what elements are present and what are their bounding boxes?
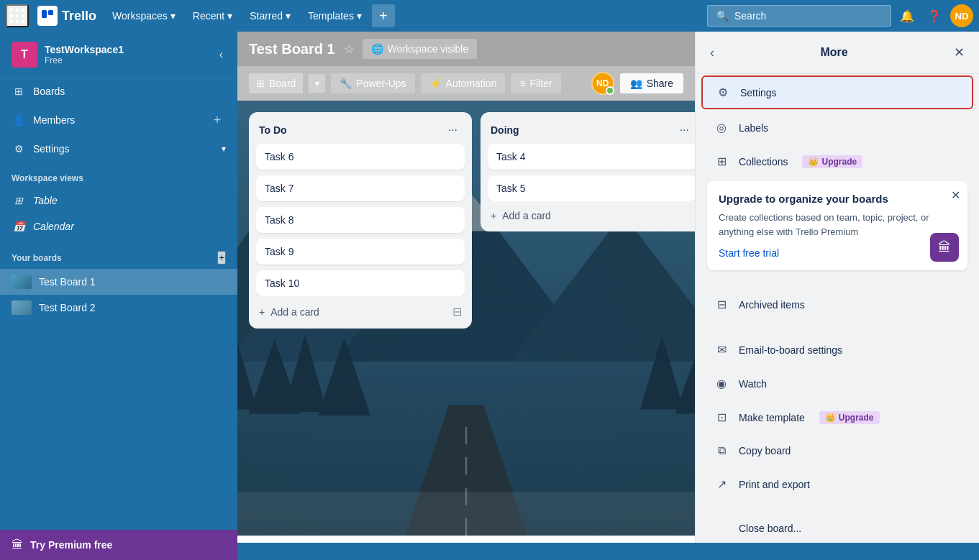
more-panel-item-template[interactable]: ⊡ Make template 👑 Upgrade [701, 402, 973, 433]
list-menu-button[interactable]: ··· [444, 122, 462, 138]
search-bar[interactable]: 🔍 Search [707, 5, 891, 27]
plus-icon: + [491, 210, 496, 221]
add-member-button[interactable]: + [209, 111, 226, 129]
try-premium-button[interactable]: 🏛 Try Premium free [0, 530, 237, 543]
popup-close-button[interactable]: ✕ [951, 188, 960, 202]
create-button[interactable]: + [372, 4, 395, 27]
add-card-button[interactable]: + Add a card ⊟ [256, 299, 465, 321]
add-board-button[interactable]: + [217, 251, 226, 265]
starred-menu[interactable]: Starred ▾ [242, 6, 298, 26]
main-area: T TestWorkspace1 Free ‹ ⊞ Boards 👤 Membe… [0, 32, 979, 543]
settings-icon: ⚙ [714, 86, 732, 99]
svg-rect-4 [16, 14, 19, 18]
templates-menu[interactable]: Templates ▾ [301, 6, 369, 26]
powerups-icon: 🔧 [340, 78, 352, 89]
card[interactable]: Task 5 [488, 175, 695, 201]
premium-popup-icon: 🏛 [930, 233, 959, 262]
info-button[interactable]: ❓ [923, 4, 946, 27]
share-button[interactable]: 👥 Share [620, 73, 683, 93]
star-board-button[interactable]: ☆ [341, 40, 357, 59]
popup-title: Upgrade to organize your boards [719, 193, 956, 205]
list-cards: Task 6 Task 7 Task 8 Task 9 Task 10 [256, 144, 465, 296]
more-panel-item-print[interactable]: ↗ Print and export [701, 469, 973, 500]
print-icon: ↗ [713, 477, 730, 491]
power-ups-button[interactable]: 🔧 Power-Ups [331, 73, 414, 93]
more-panel-close-button[interactable]: ✕ [951, 42, 967, 63]
list-header: To Do ··· [256, 119, 465, 144]
card[interactable]: Task 9 [256, 239, 465, 265]
sidebar-item-members[interactable]: 👤 Members + [0, 104, 237, 136]
add-card-button[interactable]: + Add a card [488, 204, 695, 224]
logo-icon [37, 6, 58, 26]
list-title: To Do [259, 124, 444, 136]
start-trial-link[interactable]: Start free trial [719, 247, 956, 259]
chevron-down-icon: ▾ [286, 10, 291, 22]
more-panel-item-close[interactable]: Close board... [701, 514, 973, 543]
premium-icon: 🏛 [12, 538, 23, 543]
sidebar-board-item[interactable]: Test Board 1 [0, 269, 237, 295]
sidebar-board-item[interactable]: Test Board 2 [0, 295, 237, 321]
board-header: Test Board 1 ☆ 🌐 Workspace visible [237, 32, 695, 66]
card-template-icon: ⊟ [452, 305, 462, 318]
online-badge [606, 86, 614, 95]
svg-rect-3 [10, 14, 14, 18]
sidebar-item-table[interactable]: ⊞ Table [0, 188, 237, 214]
visibility-icon: 🌐 [371, 43, 383, 55]
more-panel-item-watch[interactable]: ◉ Watch [701, 368, 973, 399]
svg-rect-1 [16, 9, 19, 12]
table-icon: ⊞ [12, 195, 26, 206]
svg-rect-5 [22, 14, 25, 18]
archived-icon: ⊟ [713, 298, 730, 311]
workspace-views-title: Workspace views [0, 162, 237, 188]
automation-button[interactable]: ⚡ Automation [421, 73, 506, 93]
card[interactable]: Task 7 [256, 175, 465, 201]
logo[interactable]: Trello [32, 6, 102, 26]
svg-rect-8 [22, 20, 25, 24]
card[interactable]: Task 6 [256, 144, 465, 170]
member-avatar[interactable]: ND [591, 72, 614, 95]
more-panel-item-email[interactable]: ✉ Email-to-board settings [701, 334, 973, 365]
board-visibility-button[interactable]: 🌐 Workspace visible [363, 39, 478, 59]
chevron-down-icon: ▾ [227, 10, 232, 22]
chevron-down-icon: ▾ [222, 144, 226, 154]
list-menu-button[interactable]: ··· [675, 122, 693, 138]
sidebar-item-calendar[interactable]: 📅 Calendar [0, 214, 237, 239]
more-panel-item-labels[interactable]: ◎ Labels [701, 112, 973, 143]
email-icon: ✉ [713, 343, 730, 357]
svg-rect-6 [10, 20, 14, 24]
board-area: Test Board 1 ☆ 🌐 Workspace visible ⊞ Boa… [237, 32, 695, 543]
more-panel-title: More [717, 46, 951, 59]
more-panel-item-settings[interactable]: ⚙ Settings [701, 75, 973, 109]
filter-icon: ≡ [519, 78, 525, 89]
workspaces-menu[interactable]: Workspaces ▾ [105, 6, 183, 26]
upgrade-badge: 👑 Upgrade [802, 155, 862, 168]
board-lists: To Do ··· Task 6 Task 7 Task 8 Task 9 Ta… [237, 101, 695, 536]
sidebar-item-settings[interactable]: ⚙ Settings ▾ [0, 136, 237, 162]
popup-text: Create collections based on team, topic,… [719, 211, 956, 239]
user-avatar[interactable]: ND [950, 4, 973, 27]
template-icon: ⊡ [713, 410, 730, 424]
recent-menu[interactable]: Recent ▾ [186, 6, 240, 26]
more-panel-item-collections[interactable]: ⊞ Collections 👑 Upgrade [701, 146, 973, 177]
board-scrollbar[interactable] [237, 536, 695, 543]
boards-icon: ⊞ [12, 86, 26, 97]
notifications-button[interactable]: 🔔 [896, 4, 919, 27]
board-actions-row: ⊞ Board ▾ 🔧 Power-Ups ⚡ Automation ≡ Fil… [237, 66, 695, 101]
card[interactable]: Task 4 [488, 144, 695, 170]
plus-icon: + [259, 306, 265, 318]
card[interactable]: Task 8 [256, 207, 465, 233]
more-panel: ‹ More ✕ ⚙ Settings ◎ Labels ⊞ Collectio… [695, 32, 979, 543]
list-title: Doing [491, 124, 675, 136]
more-panel-item-copy[interactable]: ⧉ Copy board [701, 436, 973, 466]
grid-menu-button[interactable] [6, 4, 29, 27]
card[interactable]: Task 10 [256, 270, 465, 296]
board-view-button[interactable]: ⊞ Board [249, 73, 303, 93]
sidebar-collapse-button[interactable]: ‹ [217, 45, 226, 64]
sidebar-item-boards[interactable]: ⊞ Boards [0, 78, 237, 104]
board-thumbnail [12, 275, 32, 289]
svg-rect-2 [22, 9, 25, 12]
more-panel-back-button[interactable]: ‹ [707, 42, 717, 63]
filter-button[interactable]: ≡ Filter [511, 73, 560, 93]
board-view-chevron[interactable]: ▾ [309, 74, 325, 93]
more-panel-item-archived[interactable]: ⊟ Archived items [701, 289, 973, 320]
